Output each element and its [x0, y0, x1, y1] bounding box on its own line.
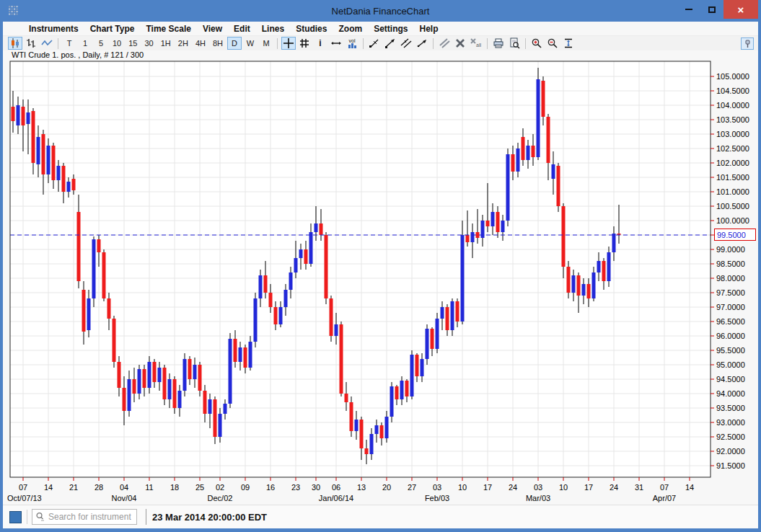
h-expand-button[interactable] — [329, 37, 343, 50]
y-axis-label: 95.5000 — [716, 346, 745, 355]
timescale-1H-button[interactable]: 1H — [158, 37, 174, 50]
close-button[interactable]: × — [723, 0, 758, 19]
candle — [254, 298, 258, 342]
y-axis-label: 93.0000 — [716, 418, 745, 427]
candle — [330, 298, 333, 336]
crosshair-icon — [283, 37, 294, 49]
candle — [274, 307, 278, 324]
timescale-1-button[interactable]: 1 — [78, 37, 92, 50]
candle — [143, 369, 146, 388]
candle — [32, 111, 35, 163]
zoom-out-button[interactable] — [545, 37, 560, 50]
menu-settings[interactable]: Settings — [368, 24, 413, 34]
menu-help[interactable]: Help — [413, 24, 444, 34]
timescale-W-button[interactable]: W — [243, 37, 258, 50]
timescale-2H-button[interactable]: 2H — [175, 37, 191, 50]
menu-instruments[interactable]: Instruments — [23, 24, 84, 34]
page-preview-button[interactable] — [507, 37, 522, 50]
menu-edit[interactable]: Edit — [228, 24, 256, 34]
zoom-in-button[interactable] — [529, 37, 544, 50]
trendline-button[interactable] — [367, 37, 382, 50]
menu-chart-type[interactable]: Chart Type — [84, 24, 141, 34]
candle — [385, 417, 389, 438]
candle — [57, 166, 61, 180]
grid-button[interactable] — [297, 37, 312, 50]
zoom-in-icon — [531, 37, 542, 49]
title-bar[interactable]: NetDania FinanceChart × — [3, 0, 758, 22]
x-axis-label: 07 — [19, 483, 27, 492]
print-button[interactable] — [491, 37, 506, 50]
candlestick-chart[interactable]: 91.500092.000092.500093.000093.500094.00… — [3, 50, 758, 505]
menu-zoom[interactable]: Zoom — [333, 24, 368, 34]
x-axis-label: 03 — [534, 483, 542, 492]
instrument-search-box[interactable] — [32, 509, 137, 525]
y-axis-label: 94.0000 — [716, 389, 745, 398]
fit-vertical-button[interactable] — [561, 37, 576, 50]
timescale-T-button[interactable]: T — [62, 37, 76, 50]
pin-button[interactable] — [741, 37, 754, 50]
candle — [289, 272, 293, 290]
minimize-button[interactable] — [677, 0, 700, 19]
x-axis-label: 06 — [332, 483, 340, 492]
candle — [52, 146, 56, 180]
line-chart-button[interactable] — [40, 37, 54, 50]
bar-chart-button[interactable] — [24, 37, 38, 50]
candlestick-button[interactable] — [8, 37, 22, 50]
x-axis-label: 30 — [312, 483, 320, 492]
candle — [203, 391, 207, 414]
candle — [163, 368, 167, 399]
x-axis-label: 18 — [170, 483, 179, 492]
candle — [527, 146, 530, 160]
menu-view[interactable]: View — [197, 24, 228, 34]
candle — [269, 293, 273, 307]
channel-button[interactable] — [399, 37, 413, 50]
timescale-4H-button[interactable]: 4H — [193, 37, 208, 50]
candle — [607, 252, 611, 281]
timescale-10-button[interactable]: 10 — [110, 37, 124, 50]
search-input[interactable] — [48, 512, 131, 522]
timescale-5-button[interactable]: 5 — [94, 37, 108, 50]
candle — [370, 434, 374, 454]
delete-button[interactable] — [453, 37, 467, 50]
x-axis-month-label: Jan/06/14 — [319, 494, 353, 502]
candle — [340, 324, 343, 394]
candle — [441, 307, 444, 319]
candle — [22, 107, 25, 125]
candle — [208, 399, 212, 414]
info-button[interactable]: i — [313, 37, 327, 50]
timescale-30-button[interactable]: 30 — [142, 37, 157, 50]
delete-all-button[interactable]: all — [469, 37, 483, 50]
volume-button[interactable]: vol — [345, 37, 359, 50]
chart-area[interactable]: 91.500092.000092.500093.000093.500094.00… — [3, 50, 758, 505]
trendline-arrow-button[interactable] — [383, 37, 397, 50]
x-axis-month-label: Nov/04 — [112, 494, 137, 502]
candle — [436, 319, 439, 349]
candle — [577, 275, 581, 296]
timescale-D-button[interactable]: D — [227, 37, 242, 50]
candle — [496, 212, 500, 232]
panel-icon[interactable] — [9, 511, 22, 523]
candle — [612, 234, 616, 252]
candle — [62, 166, 66, 192]
toolbar-separator — [277, 38, 278, 49]
timescale-15-button[interactable]: 15 — [126, 37, 140, 50]
menu-studies[interactable]: Studies — [290, 24, 333, 34]
candle — [400, 381, 404, 399]
timescale-8H-button[interactable]: 8H — [210, 37, 226, 50]
close-icon: × — [738, 4, 744, 15]
maximize-button[interactable] — [700, 0, 723, 19]
y-axis-label: 102.0000 — [716, 159, 749, 167]
candle — [12, 107, 15, 121]
timescale-M-button[interactable]: M — [259, 37, 273, 50]
parallel-lines-button[interactable] — [437, 37, 452, 50]
candle — [365, 448, 369, 454]
parallel-lines-icon — [439, 37, 450, 49]
candle — [567, 267, 571, 293]
statusbar-datetime: 23 Mar 2014 20:00:00 EDT — [152, 512, 267, 523]
menu-lines[interactable]: Lines — [256, 24, 290, 34]
candle — [123, 388, 126, 411]
window-title: NetDania FinanceChart — [3, 6, 758, 17]
crosshair-button[interactable] — [281, 37, 296, 50]
menu-time-scale[interactable]: Time Scale — [140, 24, 196, 34]
ray-button[interactable] — [415, 37, 429, 50]
